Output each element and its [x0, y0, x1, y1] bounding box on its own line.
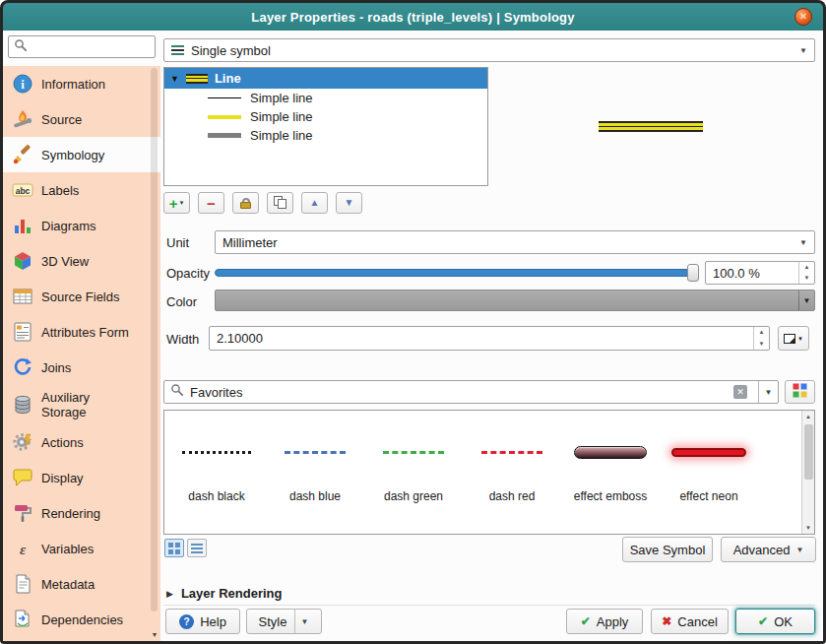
symbol-tile-effect-neon[interactable]: effect neon [660, 411, 758, 534]
cube-3d-icon [11, 249, 34, 273]
tree-item-line[interactable]: ▼ Line [164, 68, 487, 89]
tree-child-label: Simple line [250, 128, 313, 143]
symbol-tile-dash-blue[interactable]: dash blue [266, 411, 364, 534]
style-manager-icon [793, 383, 807, 402]
symbol-layer-tree: ▼ Line Simple line Simple line Simple li… [163, 67, 488, 186]
arrow-down-icon: ▼ [345, 198, 354, 208]
unit-value: Millimeter [222, 235, 278, 250]
spin-up-icon[interactable]: ▲ [754, 327, 769, 339]
renderer-select[interactable]: Single symbol ▼ [163, 38, 815, 62]
sidebar-scrollbar[interactable]: ▼ [149, 66, 160, 641]
tree-item-simple-line-1[interactable]: Simple line [164, 89, 487, 107]
add-symbol-layer-button[interactable]: +▼ [163, 192, 190, 214]
duplicate-symbol-layer-button[interactable] [267, 192, 293, 214]
scrollbar-thumb[interactable] [804, 424, 813, 480]
style-button[interactable]: Style ▼ [246, 609, 322, 634]
symbol-browser-scrollbar[interactable]: ▲ ▼ [801, 411, 814, 534]
symbol-browser: dash black dash blue dash green dash red [163, 410, 815, 535]
sidebar-item-metadata[interactable]: Metadata [3, 566, 160, 602]
scroll-down-icon[interactable]: ▼ [802, 522, 814, 534]
sidebar-item-label: Auxiliary Storage [41, 390, 132, 419]
data-defined-override-button[interactable]: ▼ [778, 326, 809, 351]
symbol-tile-dash-green[interactable]: dash green [364, 411, 463, 534]
minus-icon: − [207, 196, 216, 211]
opacity-slider-handle[interactable] [687, 264, 699, 282]
sidebar-item-joins[interactable]: Joins [3, 350, 160, 385]
symbol-layer-toolbar: +▼ − ▲ ▼ [163, 192, 362, 214]
help-button[interactable]: ? Help [165, 609, 240, 634]
sidebar-item-information[interactable]: i Information [3, 66, 160, 101]
line-sample-gray [208, 133, 241, 138]
sidebar-item-label: Actions [41, 435, 132, 450]
sidebar-item-display[interactable]: Display [3, 460, 160, 495]
opacity-slider-groove[interactable] [215, 269, 699, 277]
sidebar-search-input[interactable] [32, 40, 150, 54]
sidebar-item-diagrams[interactable]: Diagrams [3, 208, 160, 243]
help-label: Help [200, 614, 226, 629]
sidebar-item-source-fields[interactable]: Source Fields [3, 279, 160, 314]
icon-view-button[interactable] [164, 539, 184, 557]
spin-down-icon[interactable]: ▼ [799, 273, 814, 284]
sidebar-item-dependencies[interactable]: Dependencies [3, 602, 160, 637]
sidebar-item-rendering[interactable]: Rendering [3, 495, 160, 531]
spin-up-icon[interactable]: ▲ [799, 262, 814, 273]
symbol-tile-dash-red[interactable]: dash red [463, 411, 561, 534]
remove-symbol-layer-button[interactable]: − [198, 192, 224, 214]
style-label: Style [255, 614, 291, 629]
footer-separator [163, 605, 815, 606]
sidebar-item-attributes-form[interactable]: Attributes Form [3, 314, 160, 350]
sidebar-item-symbology[interactable]: Symbology [3, 137, 160, 172]
color-button[interactable]: ▼ [215, 290, 815, 311]
effect-neon-preview [671, 448, 746, 457]
advanced-label: Advanced [733, 543, 791, 557]
clear-filter-icon[interactable]: ✕ [733, 385, 747, 399]
symbol-tile-label: effect neon [679, 489, 737, 503]
symbol-filter-box[interactable]: Favorites ✕ ▼ [163, 380, 779, 404]
sidebar-item-label: Metadata [41, 577, 132, 592]
filter-dropdown-icon[interactable]: ▼ [758, 381, 778, 403]
lock-color-button[interactable] [232, 192, 259, 214]
sidebar-item-label: Information [41, 77, 132, 92]
layer-properties-window: Layer Properties - roads (triple_levels)… [0, 0, 826, 644]
tree-item-simple-line-3[interactable]: Simple line [164, 126, 487, 145]
close-icon[interactable]: ✕ [794, 8, 812, 26]
advanced-button[interactable]: Advanced▼ [721, 537, 816, 562]
sidebar-search-box[interactable] [8, 35, 156, 58]
opacity-spinbox[interactable]: 100.0 % ▲▼ [705, 261, 815, 285]
sidebar-item-auxiliary-storage[interactable]: Auxiliary Storage [3, 385, 160, 424]
save-symbol-button[interactable]: Save Symbol [622, 537, 713, 562]
layer-rendering-collapsible[interactable]: ▶ Layer Rendering [166, 586, 283, 601]
sidebar-item-labels[interactable]: abc Labels [3, 172, 160, 208]
cancel-button[interactable]: ✖ Cancel [651, 609, 729, 634]
chevron-down-icon[interactable]: ▼ [798, 290, 814, 310]
sidebar-item-label: Symbology [41, 148, 132, 162]
sidebar-scrollbar-thumb[interactable] [151, 68, 158, 612]
information-icon: i [11, 72, 34, 96]
spin-down-icon[interactable]: ▼ [754, 339, 769, 351]
scroll-down-icon[interactable]: ▼ [149, 629, 160, 641]
scroll-up-icon[interactable]: ▲ [802, 411, 814, 422]
titlebar[interactable]: Layer Properties - roads (triple_levels)… [3, 3, 823, 31]
list-view-button[interactable] [187, 539, 207, 557]
style-manager-button[interactable] [785, 380, 815, 404]
sidebar-item-actions[interactable]: Actions [3, 424, 160, 460]
expand-caret-icon[interactable]: ▼ [170, 74, 179, 84]
renderer-value: Single symbol [191, 43, 271, 58]
apply-button[interactable]: ✔ Apply [566, 609, 643, 634]
sidebar-list: i Information Source Symbology abc Label… [3, 66, 160, 641]
tree-item-simple-line-2[interactable]: Simple line [164, 107, 487, 126]
sidebar-item-source[interactable]: Source [3, 101, 160, 137]
move-down-button[interactable]: ▼ [336, 192, 362, 214]
sidebar-item-variables[interactable]: ε Variables [3, 531, 160, 566]
sidebar-item-3d-view[interactable]: 3D View [3, 243, 160, 279]
move-up-button[interactable]: ▲ [301, 192, 328, 214]
ok-button[interactable]: ✔ OK [735, 609, 815, 634]
unit-select[interactable]: Millimeter ▼ [215, 230, 815, 254]
check-icon: ✔ [581, 614, 591, 628]
dash-blue-preview [285, 451, 346, 454]
symbol-tile-dash-black[interactable]: dash black [167, 411, 266, 534]
width-spinbox[interactable]: 2.10000 ▲▼ [209, 326, 770, 351]
chevron-down-icon[interactable]: ▼ [294, 610, 313, 633]
opacity-slider[interactable] [215, 261, 699, 285]
symbol-tile-effect-emboss[interactable]: effect emboss [561, 411, 660, 534]
